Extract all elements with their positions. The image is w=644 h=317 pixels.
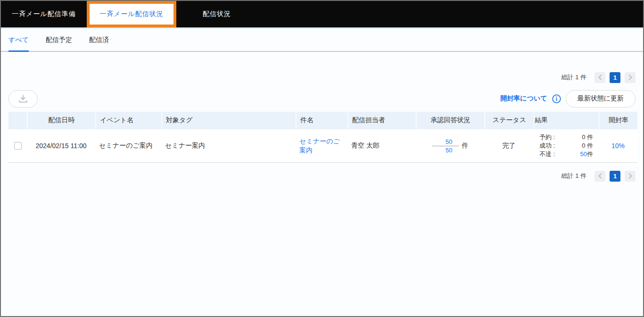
table-row: 2024/02/15 11:00 セミナーのご案内 セミナー案内 セミナーのご案… <box>8 129 637 163</box>
tab-bulk-mail-preparation[interactable]: 一斉メール配信準備 <box>1 1 87 27</box>
header-status: ステータス <box>484 112 534 129</box>
header-open-rate: 開封率 <box>599 112 637 129</box>
pagination-bottom: 総計 1 件 1 <box>1 169 643 183</box>
row-checkbox[interactable] <box>14 142 22 150</box>
header-event-name: イベント名 <box>95 112 161 129</box>
approval-unit: 件 <box>462 142 469 150</box>
table-toolbar: 開封率について 最新状態に更新 <box>1 90 643 108</box>
refresh-status-button[interactable]: 最新状態に更新 <box>566 90 636 108</box>
cell-status: 完了 <box>484 129 534 162</box>
download-icon <box>18 94 28 103</box>
header-target-tag: 対象タグ <box>161 112 296 129</box>
total-count-label: 総計 1 件 <box>561 73 586 82</box>
prev-page-button-bottom[interactable] <box>594 171 605 182</box>
subtab-delivered[interactable]: 配信済 <box>89 36 109 52</box>
tab-delivery-status[interactable]: 配信状況 <box>176 1 257 27</box>
approval-numerator-link[interactable]: 50 <box>432 138 459 146</box>
open-rate-info-label: 開封率について <box>500 94 547 103</box>
approval-denominator-link[interactable]: 50 <box>432 146 459 154</box>
header-subject: 件名 <box>296 112 347 129</box>
header-datetime: 配信日時 <box>27 112 95 129</box>
download-button[interactable] <box>8 90 38 108</box>
delivery-table: 配信日時 イベント名 対象タグ 件名 配信担当者 承認回答状況 ステータス 結果… <box>8 112 637 163</box>
header-approval-status: 承認回答状況 <box>416 112 484 129</box>
result-reserved-line: 予約 :0 件 <box>539 133 593 142</box>
subtab-all[interactable]: すべて <box>8 36 29 52</box>
page-1-button[interactable]: 1 <box>610 72 620 83</box>
annotation-highlight-box: 一斉メール配信状況 <box>87 1 176 27</box>
total-count-label-bottom: 総計 1 件 <box>561 172 586 180</box>
page-1-button-bottom[interactable]: 1 <box>610 171 620 182</box>
cell-sender: 青空 太郎 <box>347 129 416 162</box>
app-window: 一斉メール配信準備 一斉メール配信状況 配信状況 すべて 配信予定 配信済 総計… <box>0 0 644 317</box>
chevron-right-icon <box>628 173 632 179</box>
cell-result: 予約 :0 件 成功 :0 件 不達 :50件 <box>534 129 599 162</box>
next-page-button[interactable] <box>625 72 636 83</box>
header-checkbox <box>8 112 27 129</box>
open-rate-link[interactable]: 10% <box>611 142 625 150</box>
next-page-button-bottom[interactable] <box>625 171 636 182</box>
cell-target-tag: セミナー案内 <box>161 129 296 162</box>
result-undelivered-line: 不達 :50件 <box>539 150 593 158</box>
undelivered-count-link[interactable]: 50 <box>580 150 587 158</box>
chevron-left-icon <box>598 75 602 80</box>
filter-tab-bar: すべて 配信予定 配信済 <box>1 28 643 52</box>
tab-bulk-mail-status[interactable]: 一斉メール配信状況 <box>90 4 173 25</box>
chevron-right-icon <box>628 75 632 80</box>
cell-event-name: セミナーのご案内 <box>95 129 161 162</box>
cell-datetime: 2024/02/15 11:00 <box>27 129 95 162</box>
header-result: 結果 <box>534 112 599 129</box>
info-icon[interactable] <box>552 94 561 103</box>
top-tab-bar: 一斉メール配信準備 一斉メール配信状況 配信状況 <box>1 1 643 28</box>
prev-page-button[interactable] <box>594 72 605 83</box>
result-success-line: 成功 :0 件 <box>539 142 593 150</box>
subtab-scheduled[interactable]: 配信予定 <box>46 36 72 52</box>
toolbar-right-group: 開封率について 最新状態に更新 <box>500 90 636 108</box>
pagination-top: 総計 1 件 1 <box>1 71 643 84</box>
header-sender: 配信担当者 <box>347 112 416 129</box>
subject-link[interactable]: セミナーのご案内 <box>299 137 346 155</box>
table-header-row: 配信日時 イベント名 対象タグ 件名 配信担当者 承認回答状況 ステータス 結果… <box>8 112 637 129</box>
approval-fraction: 50 50 件 <box>432 138 469 154</box>
chevron-left-icon <box>598 173 602 179</box>
